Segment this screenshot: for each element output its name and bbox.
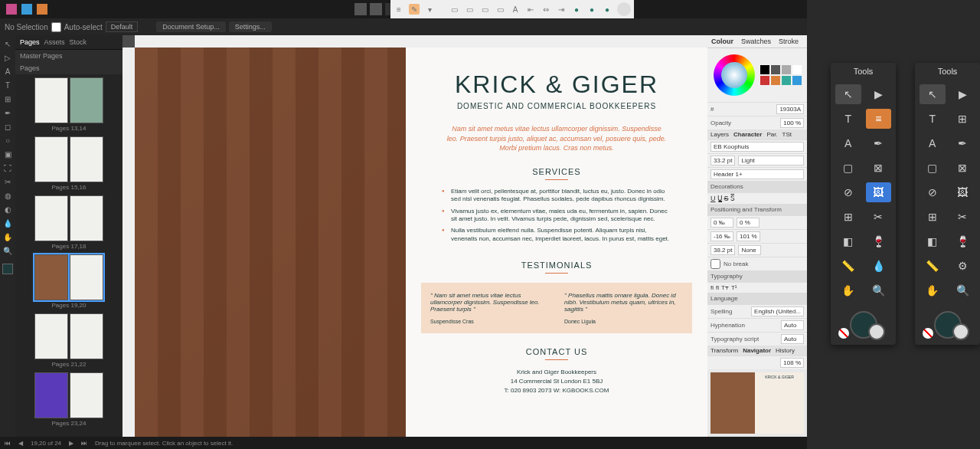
picture-frame-icon[interactable]: ▣: [2, 149, 13, 159]
smallcaps-icon[interactable]: Tᴛ: [721, 284, 729, 291]
underline-icon[interactable]: U: [710, 195, 716, 202]
persona-icon-2[interactable]: [370, 3, 382, 15]
art-text-icon[interactable]: A: [920, 133, 946, 153]
list-icon[interactable]: ≡: [866, 109, 892, 129]
art-text-icon[interactable]: A: [835, 133, 861, 153]
page-thumb-selected[interactable]: Pages 19,20: [18, 254, 119, 309]
page-indicator[interactable]: 19,20 of 24: [31, 440, 61, 447]
arrange-icon-3[interactable]: ▭: [479, 4, 490, 15]
align-text-icon[interactable]: ≡: [394, 4, 404, 15]
move-tool-icon[interactable]: ↖: [835, 84, 861, 104]
typography-section[interactable]: Typography: [707, 270, 807, 282]
circle-icon-3[interactable]: ●: [602, 4, 612, 15]
zoom-field[interactable]: 108 %: [780, 358, 804, 368]
hand-icon[interactable]: ✋: [920, 280, 946, 300]
direct-select-icon[interactable]: ▶: [950, 84, 976, 104]
move-tool-icon[interactable]: ↖: [2, 38, 13, 49]
stock-tab[interactable]: Stock: [70, 38, 87, 46]
text-a-icon[interactable]: A: [510, 4, 521, 15]
pages-header[interactable]: Pages: [15, 62, 122, 74]
assets-tab[interactable]: Assets: [44, 38, 65, 46]
last-page-icon[interactable]: ⏭: [81, 440, 87, 447]
page-thumb[interactable]: Pages 23,24: [18, 372, 119, 427]
art-text-tool-icon[interactable]: A: [2, 66, 13, 77]
colour-wheel[interactable]: [714, 54, 755, 96]
move-tool-icon[interactable]: ↖: [920, 84, 946, 104]
ruler-icon[interactable]: 📏: [835, 256, 861, 276]
align-center-icon[interactable]: ⇔: [541, 4, 551, 15]
gradient-icon[interactable]: ◧: [835, 231, 861, 251]
crop-icon[interactable]: ✂: [866, 207, 892, 227]
pen-icon[interactable]: ✒: [866, 133, 892, 153]
glass-icon[interactable]: 🍷: [950, 231, 976, 251]
view-tool-icon[interactable]: ✋: [2, 231, 13, 242]
pen-icon[interactable]: ✒: [950, 133, 976, 153]
baseline-field[interactable]: -16 ‰: [710, 231, 733, 241]
page-thumb[interactable]: Pages 13,14: [18, 77, 119, 132]
image-icon[interactable]: 🖼: [866, 182, 892, 202]
hyphenation-dropdown[interactable]: Auto: [781, 320, 804, 330]
character-subtab[interactable]: Character: [733, 131, 762, 138]
text-frame-icon[interactable]: T: [835, 109, 861, 129]
account-avatar[interactable]: [617, 2, 631, 16]
text-frame-icon[interactable]: T: [920, 109, 946, 129]
double-underline-icon[interactable]: U̳: [717, 195, 723, 202]
page-thumb[interactable]: Pages 21,22: [18, 313, 119, 368]
zoom-tool-icon[interactable]: 🔍: [2, 245, 13, 256]
node-tool-icon[interactable]: ▷: [2, 52, 13, 63]
prev-page-icon[interactable]: ◀: [18, 440, 23, 447]
overline-icon[interactable]: S̅: [730, 195, 735, 202]
kerning-field[interactable]: None: [738, 245, 761, 255]
pen-tool-icon[interactable]: ✒: [2, 107, 13, 118]
settings-button[interactable]: Settings...: [229, 21, 272, 32]
table-tool-icon[interactable]: ⊞: [950, 109, 976, 129]
ligature-icon[interactable]: fi: [710, 284, 714, 291]
hand-icon[interactable]: ✋: [835, 280, 861, 300]
page-thumb[interactable]: Pages 17,18: [18, 195, 119, 250]
colour-picker-icon[interactable]: 💧: [2, 218, 13, 228]
fill-tool-icon[interactable]: ◍: [2, 190, 13, 201]
layers-subtab[interactable]: Layers: [710, 131, 729, 138]
textstyles-subtab[interactable]: TSt: [782, 131, 792, 138]
next-page-icon[interactable]: ▶: [69, 440, 74, 447]
font-size-field[interactable]: 33.2 pt: [710, 156, 735, 166]
app-switcher-designer-icon[interactable]: [21, 4, 32, 15]
table-tool-icon[interactable]: ⊞: [2, 93, 13, 104]
strikethrough-icon[interactable]: S: [724, 195, 729, 202]
place-image-icon[interactable]: ⛶: [2, 162, 13, 173]
leading-field[interactable]: 38.2 pt: [710, 245, 735, 255]
preset-dropdown[interactable]: Default: [106, 21, 139, 32]
image-icon[interactable]: 🖼: [950, 182, 976, 202]
document-setup-button[interactable]: Document Setup...: [156, 21, 226, 32]
pages-tab[interactable]: Pages: [20, 38, 40, 46]
direct-select-icon[interactable]: ▶: [866, 84, 892, 104]
ellipse-tool-icon[interactable]: ○: [2, 135, 13, 146]
text-style-dropdown[interactable]: Header 1+: [710, 169, 804, 179]
persona-icon-1[interactable]: [354, 3, 367, 15]
gradient-icon[interactable]: ◧: [920, 231, 946, 251]
vector-crop-icon[interactable]: ✂: [2, 176, 13, 187]
no-icon[interactable]: ⊘: [835, 182, 861, 202]
ligature-icon-2[interactable]: fl: [716, 284, 719, 291]
app-switcher-publisher-icon[interactable]: [37, 4, 47, 15]
circle-icon-2[interactable]: ●: [586, 4, 597, 15]
page-thumb[interactable]: Pages 15,16: [18, 136, 119, 191]
ruler-icon[interactable]: 📏: [920, 256, 946, 276]
vscale-field[interactable]: 101 %: [737, 231, 760, 241]
arrange-icon[interactable]: ▭: [449, 4, 459, 15]
table-icon[interactable]: ⊞: [835, 207, 861, 227]
stroke-tab[interactable]: Stroke: [775, 35, 802, 48]
dropdown-icon[interactable]: ▾: [424, 4, 435, 15]
tools-palette-2[interactable]: Tools ↖ ▶ T ⊞ A ✒ ▢ ⊠ ⊘ 🖼 ⊞ ✂ ◧ 🍷 📏 ⚙ ✋ …: [915, 63, 980, 345]
glass-icon[interactable]: 🍷: [866, 231, 892, 251]
language-section[interactable]: Language: [707, 293, 807, 304]
transform-tab[interactable]: Transform: [710, 347, 738, 354]
foreground-swatch-icon[interactable]: [2, 264, 13, 274]
arrange-icon-4[interactable]: ▭: [495, 4, 505, 15]
canvas[interactable]: KRICK & GIGER DOMESTIC AND COMMERCIAL BO…: [122, 35, 707, 437]
none-colour-icon[interactable]: [838, 328, 849, 339]
first-page-icon[interactable]: ⏮: [5, 440, 11, 447]
recent-swatches[interactable]: [760, 65, 802, 85]
none-colour-icon[interactable]: [923, 328, 933, 339]
no-icon[interactable]: ⊘: [920, 182, 946, 202]
